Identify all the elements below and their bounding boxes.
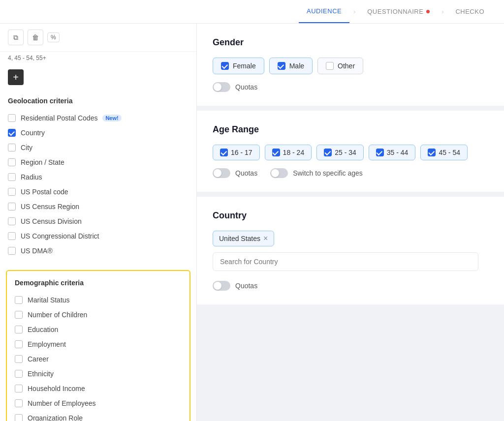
- geo-item[interactable]: US Census Region: [8, 199, 189, 214]
- demo-item-checkbox[interactable]: [15, 326, 23, 333]
- age-chip-label: 35 - 44: [387, 149, 409, 156]
- geo-item[interactable]: Residential Postal CodesNew!: [8, 111, 189, 125]
- demo-item-checkbox[interactable]: [15, 311, 23, 319]
- geo-item-label: US Postal code: [21, 188, 68, 196]
- age-chip[interactable]: 25 - 34: [316, 145, 364, 160]
- geo-item-checkbox[interactable]: [8, 203, 16, 210]
- nav-questionnaire[interactable]: QUESTIONNAIRE: [359, 0, 438, 23]
- country-quotas-row: Quotas: [213, 281, 488, 291]
- geo-item-label: City: [21, 144, 32, 151]
- country-name: United States: [219, 235, 260, 242]
- trash-button[interactable]: 🗑: [28, 30, 43, 45]
- geo-item[interactable]: US Congressional District: [8, 229, 189, 243]
- age-chip-label: 18 - 24: [283, 149, 305, 156]
- gender-chip[interactable]: Male: [269, 58, 313, 74]
- nav-checko-label: CHECKO: [455, 8, 484, 15]
- demo-item[interactable]: Number of Employees: [15, 396, 182, 411]
- demo-item[interactable]: Household Income: [15, 381, 182, 396]
- nav-questionnaire-label: QUESTIONNAIRE: [367, 8, 423, 15]
- country-search-input[interactable]: [213, 252, 478, 271]
- age-quotas-row: Quotas Switch to specific ages: [213, 168, 488, 178]
- geo-item-label: US Congressional District: [21, 232, 99, 240]
- age-chip-label: 25 - 34: [335, 149, 356, 156]
- age-chip[interactable]: 45 - 54: [420, 145, 468, 160]
- age-chip-checkbox: [376, 149, 384, 156]
- geo-item[interactable]: Country: [8, 125, 189, 140]
- gender-chip-checkbox: [221, 62, 229, 70]
- demo-item[interactable]: Education: [15, 322, 182, 337]
- demo-item-checkbox[interactable]: [15, 340, 23, 348]
- gender-quotas-toggle[interactable]: [213, 82, 230, 92]
- geo-item-badge: New!: [102, 115, 121, 121]
- age-chip-checkbox: [220, 149, 228, 156]
- age-chip-label: 16 - 17: [231, 149, 252, 156]
- demo-item[interactable]: Organization Role: [15, 411, 182, 421]
- geo-item-checkbox[interactable]: [8, 247, 16, 255]
- geo-item-checkbox[interactable]: [8, 188, 16, 196]
- gender-chip-label: Other: [338, 62, 355, 70]
- geo-item[interactable]: US DMA®: [8, 243, 189, 258]
- geo-item-checkbox[interactable]: [8, 129, 16, 137]
- age-chip-checkbox: [272, 149, 280, 156]
- age-chip[interactable]: 35 - 44: [369, 145, 416, 160]
- gender-chip-label: Male: [289, 62, 304, 70]
- geo-item-checkbox[interactable]: [8, 144, 16, 151]
- geo-item[interactable]: City: [8, 140, 189, 155]
- gender-chip[interactable]: Other: [317, 58, 363, 74]
- geolocation-section: Geolocation criteria Residential Postal …: [0, 89, 196, 266]
- copy-button[interactable]: ⧉: [8, 30, 24, 45]
- geo-item[interactable]: Region / State: [8, 155, 189, 170]
- age-chip[interactable]: 18 - 24: [265, 145, 312, 160]
- demo-item-checkbox[interactable]: [15, 296, 23, 304]
- geo-item-label: Residential Postal Codes: [21, 114, 97, 122]
- age-chip[interactable]: 16 - 17: [213, 145, 260, 160]
- age-chip-checkbox: [324, 149, 332, 156]
- demo-item-checkbox[interactable]: [15, 355, 23, 363]
- demo-item-checkbox[interactable]: [15, 370, 23, 378]
- gender-quotas-label: Quotas: [235, 83, 257, 91]
- geo-item-label: Radius: [21, 173, 42, 181]
- demo-item[interactable]: Career: [15, 352, 182, 366]
- gender-chip[interactable]: Female: [213, 58, 264, 74]
- demo-item[interactable]: Marital Status: [15, 293, 182, 307]
- demo-item-label: Ethnicity: [28, 370, 54, 378]
- geo-item[interactable]: Radius: [8, 170, 189, 184]
- geo-item-checkbox[interactable]: [8, 217, 16, 225]
- demo-item-label: Employment: [28, 340, 66, 348]
- add-criteria-button[interactable]: +: [8, 69, 24, 85]
- geo-item[interactable]: US Postal code: [8, 184, 189, 199]
- geo-item-label: US Census Division: [21, 217, 82, 225]
- demographic-section: Demographic criteria Marital StatusNumbe…: [6, 270, 190, 421]
- demo-item[interactable]: Number of Children: [15, 307, 182, 322]
- remove-country-button[interactable]: ×: [263, 234, 268, 243]
- geo-item-checkbox[interactable]: [8, 173, 16, 181]
- geo-item-label: Country: [21, 129, 45, 137]
- demo-item[interactable]: Ethnicity: [15, 366, 182, 381]
- demo-item-label: Household Income: [28, 385, 85, 392]
- country-search-wrapper: [213, 252, 488, 271]
- demo-item-label: Organization Role: [28, 414, 83, 421]
- country-quotas-toggle[interactable]: [213, 281, 230, 291]
- percent-badge: %: [47, 32, 60, 42]
- demographic-items: Marital StatusNumber of ChildrenEducatio…: [15, 293, 182, 421]
- demo-item-checkbox[interactable]: [15, 399, 23, 407]
- geo-item-checkbox[interactable]: [8, 114, 16, 122]
- main-content: Gender FemaleMaleOther Quotas Age Range …: [197, 24, 504, 421]
- nav-audience-label: AUDIENCE: [307, 7, 342, 15]
- nav-audience[interactable]: AUDIENCE: [299, 0, 349, 23]
- nav-arrow-1: ›: [353, 8, 355, 15]
- demo-item-label: Number of Children: [28, 311, 87, 319]
- demo-item-checkbox[interactable]: [15, 385, 23, 392]
- demo-item-checkbox[interactable]: [15, 414, 23, 421]
- age-specific-toggle[interactable]: [270, 168, 288, 178]
- demo-item[interactable]: Employment: [15, 337, 182, 352]
- geo-item[interactable]: US Census Division: [8, 214, 189, 229]
- divider-1: [197, 107, 504, 111]
- sidebar-controls: ⧉ 🗑 %: [0, 24, 196, 52]
- geo-item-checkbox[interactable]: [8, 158, 16, 166]
- age-quotas-label: Quotas: [235, 169, 257, 177]
- geo-item-checkbox[interactable]: [8, 232, 16, 240]
- nav-checko[interactable]: CHECKO: [447, 0, 492, 23]
- demo-item-label: Number of Employees: [28, 399, 96, 407]
- age-quotas-toggle[interactable]: [213, 168, 230, 178]
